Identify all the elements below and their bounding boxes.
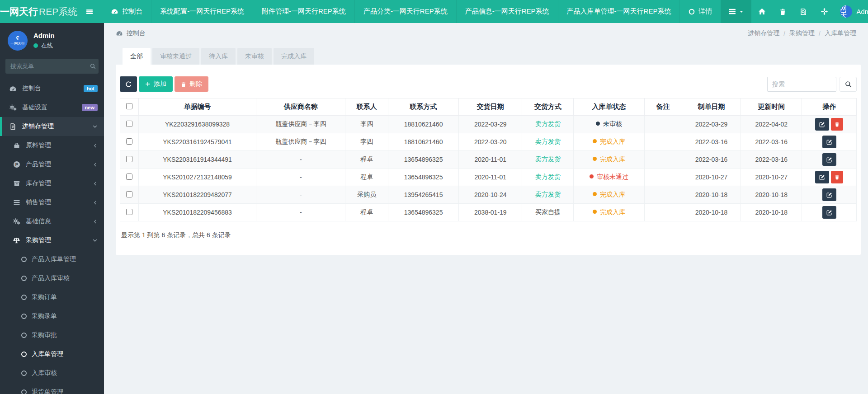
select-all-checkbox[interactable] [126,103,132,109]
cell-order-no: YKS2203161914344491 [138,151,256,169]
circle-o-icon [21,352,27,357]
cell-updated-date: 2022-04-02 [741,116,802,133]
tab-unaudited[interactable]: 未审核 [237,48,272,65]
col-supplier: 供应商名称 [256,98,345,116]
cell-supplier: - [256,186,345,204]
nav-tab-detail[interactable]: 详情 [679,0,721,23]
row-checkbox[interactable] [126,174,132,180]
sidebar-subitem-warehouse-in-audit[interactable]: 入库审核 [0,364,104,383]
tab-audit-rejected[interactable]: 审核未通过 [152,48,199,65]
file-search-button[interactable] [793,0,814,23]
breadcrumb-separator: / [819,30,821,37]
tabs-menu-dropdown[interactable] [721,0,751,23]
row-delete-button[interactable] [831,118,843,131]
online-dot-icon [33,43,38,48]
add-button[interactable]: 添加 [139,76,173,92]
row-checkbox[interactable] [126,121,132,127]
sidebar-subitem-return-order-mgmt[interactable]: 退货单管理 [0,383,104,394]
sidebar-item-basic-info[interactable]: 基础信息 [0,212,104,231]
status-badge: 未审核 [603,120,622,127]
sidebar-item-inventory-mgmt[interactable]: 进销存管理 [0,117,104,136]
edit-button[interactable] [822,188,836,201]
sidebar-user-status: 在线 [33,42,55,50]
status-dot-icon [593,210,597,214]
sidebar-subitem-purchase-entry[interactable]: 采购录单 [0,307,104,326]
sidebar-item-basic-settings[interactable]: 基础设置 new [0,98,104,117]
brand-logo[interactable]: 一网天行 REP系统 [0,0,77,23]
breadcrumb-dashboard-link[interactable]: 控制台 [116,29,146,38]
sidebar-subitem-product-in-order-mgmt[interactable]: 产品入库单管理 [0,250,104,269]
row-checkbox[interactable] [126,156,132,162]
cell-phone: 13654896325 [388,169,458,186]
chevron-left-icon [93,181,98,186]
row-checkbox[interactable] [126,138,132,145]
nav-tab-dashboard[interactable]: 控制台 [102,0,151,23]
table-search-input[interactable] [767,77,836,92]
sidebar-item-sales-mgmt[interactable]: 销售管理 [0,193,104,212]
row-checkbox[interactable] [126,209,132,215]
breadcrumb-item[interactable]: 进销存管理 [748,29,779,38]
edit-button[interactable] [822,206,836,219]
search-icon [90,63,96,69]
tab-pending-in[interactable]: 待入库 [201,48,236,65]
edit-button[interactable] [822,136,836,148]
fullscreen-button[interactable] [814,0,835,23]
cell-updated-date: 2020-10-18 [741,204,802,221]
cell-delivery-date: 2022-03-20 [459,133,522,151]
nav-tab-system-config[interactable]: 系统配置-一网天行REP系统 [151,0,253,23]
circle-o-icon [21,389,27,394]
delete-button[interactable]: 删除 [175,76,208,92]
sidebar-item-label: 采购管理 [26,236,88,244]
sidebar-toggle-button[interactable] [77,0,102,23]
refresh-button[interactable] [120,76,137,92]
sidebar-item-dashboard[interactable]: 控制台 hot [0,79,104,98]
sidebar-item-product-mgmt[interactable]: P 产品管理 [0,155,104,174]
table-search-button[interactable] [840,77,857,92]
cell-contact: 程卓 [345,169,388,186]
circle-o-icon [21,257,27,262]
sidebar-subitem-product-in-audit[interactable]: 产品入库审核 [0,269,104,288]
tachometer-icon [111,8,118,15]
table-row: YKS2010182209456883 - 程卓 13654896325 203… [120,204,857,221]
edit-button[interactable] [815,118,829,131]
file-icon [8,123,18,130]
sidebar-item-purchase-mgmt[interactable]: 采购管理 [0,231,104,250]
sidebar-subitem-purchase-order[interactable]: 采购订单 [0,288,104,307]
edit-button[interactable] [822,153,836,166]
tab-all[interactable]: 全部 [123,48,151,65]
row-checkbox[interactable] [126,191,132,197]
cell-created-date: 2020-10-27 [682,169,741,186]
p-circle-icon: P [12,161,21,168]
row-delete-button[interactable] [831,171,843,183]
cell-delivery-date: 2038-01-19 [459,204,522,221]
chevron-left-icon [93,162,98,167]
col-updated-date: 更新时间 [741,98,802,116]
sidebar-search-input[interactable] [10,63,90,70]
sidebar-subitem-warehouse-in-mgmt[interactable]: 入库单管理 [0,345,104,364]
cell-delivery-method: 卖方发货 [535,120,561,127]
cell-phone: 18810621460 [388,116,458,133]
brand-bold: 一网天行 [0,5,38,18]
col-delivery-method: 交货方式 [522,98,574,116]
cell-phone: 13954265415 [388,186,458,204]
tab-completed-in[interactable]: 完成入库 [274,48,314,65]
toolbar: 添加 删除 [120,76,857,92]
nav-tab-warehouse-in-mgmt[interactable]: 产品入库单管理-一网天行REP系统 [558,0,680,23]
chevron-down-icon [92,124,98,129]
trash-button[interactable] [772,0,793,23]
breadcrumb-item[interactable]: 采购管理 [789,29,815,38]
user-name: Admin [856,8,868,15]
nav-tab-label: 附件管理-一网天行REP系统 [262,7,346,16]
edit-button[interactable] [815,171,829,183]
sidebar-item-raw-material[interactable]: 原料管理 [0,136,104,155]
sidebar-item-stock-mgmt[interactable]: 库存管理 [0,174,104,193]
record-count-summary: 显示第 1 到第 6 条记录，总共 6 条记录 [121,231,857,239]
nav-tab-product-category[interactable]: 产品分类-一网天行REP系统 [354,0,456,23]
col-phone: 联系方式 [388,98,458,116]
home-button[interactable] [751,0,772,23]
nav-tab-attachments[interactable]: 附件管理-一网天行REP系统 [253,0,354,23]
nav-tab-product-info[interactable]: 产品信息-一网天行REP系统 [456,0,558,23]
cell-created-date: 2020-10-18 [682,186,741,204]
sidebar-subitem-purchase-approval[interactable]: 采购审批 [0,326,104,345]
user-menu[interactable]: 一网天行 Admin [835,5,868,18]
